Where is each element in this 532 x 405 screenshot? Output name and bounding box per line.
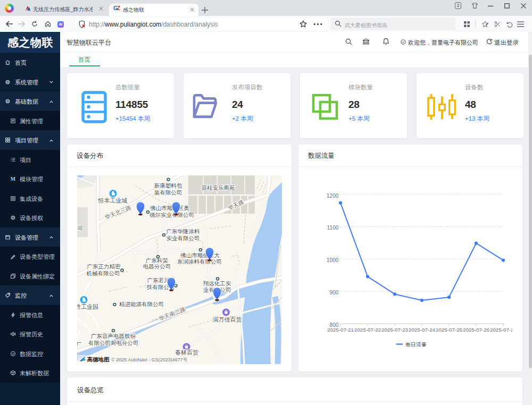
svg-text:M: M — [11, 176, 15, 182]
svg-text:900: 900 — [330, 290, 339, 296]
svg-text:东润涂料有限公司: 东润涂料有限公司 — [177, 258, 222, 265]
svg-text:每日流量: 每日流量 — [405, 342, 427, 347]
svg-text:恒丰工业城: 恒丰工业城 — [98, 197, 128, 204]
svg-text:司: 司 — [78, 225, 83, 231]
svg-text:翔远化工实: 翔远化工实 — [203, 280, 231, 286]
svg-text:精进能源有限公司: 精进能源有限公司 — [119, 301, 164, 307]
svg-text:电器分公司: 电器分公司 — [143, 263, 171, 269]
svg-text:春林百货: 春林百货 — [175, 349, 198, 356]
svg-text:实业有限公司: 实业有限公司 — [167, 235, 200, 241]
svg-text:厂: 厂 — [77, 342, 81, 348]
svg-text:新康塑料包: 新康塑料包 — [154, 182, 182, 189]
svg-text:2025-07-21: 2025-07-21 — [327, 327, 354, 333]
svg-text:佛山市顺德区奥: 佛山市顺德区奥 — [149, 205, 189, 211]
svg-text:广东正力精密: 广东正力精密 — [87, 263, 121, 269]
svg-text:2025-07-26: 2025-07-26 — [463, 327, 490, 333]
svg-text:广东容声电器股份: 广东容声电器股份 — [91, 333, 136, 339]
svg-text:容桂安乐阁苑: 容桂安乐阁苑 — [202, 184, 236, 191]
svg-text:© 2025 AutoNavi - GS(2023)4677: © 2025 AutoNavi - GS(2023)4677号 — [111, 357, 188, 362]
svg-text:高德地图: 高德地图 — [87, 356, 110, 362]
svg-text:2025-07-23: 2025-07-23 — [381, 327, 409, 333]
svg-text:广东华隆涂料: 广东华隆涂料 — [167, 228, 201, 234]
svg-text:润万佳百货: 润万佳百货 — [213, 316, 242, 323]
svg-text:装有限公司: 装有限公司 — [154, 189, 182, 196]
svg-text:2025-07-22: 2025-07-22 — [354, 327, 381, 333]
svg-text:2025-07-27: 2025-07-27 — [490, 327, 512, 333]
svg-text:1000: 1000 — [327, 257, 339, 263]
svg-text:2025-07-25: 2025-07-25 — [436, 327, 463, 333]
svg-text:有限公司厨电分公司: 有限公司厨电分公司 — [88, 340, 139, 346]
svg-text:德尔实业有限公司: 德尔实业有限公司 — [149, 212, 194, 218]
svg-text:2025-07-24: 2025-07-24 — [409, 327, 436, 333]
svg-text:胜工业园: 胜工业园 — [77, 303, 98, 310]
svg-text:1200: 1200 — [327, 193, 339, 199]
svg-text:1100: 1100 — [327, 225, 339, 231]
svg-text:机械有限公司: 机械有限公司 — [87, 270, 120, 276]
